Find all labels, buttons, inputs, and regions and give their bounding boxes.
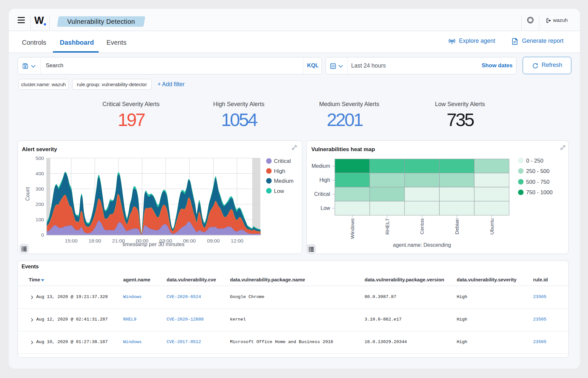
svg-text:Ubuntu: Ubuntu (489, 218, 495, 235)
svg-text:0 - 250: 0 - 250 (526, 158, 544, 164)
svg-text:Critical: Critical (314, 191, 330, 197)
svg-text:15:00: 15:00 (65, 238, 78, 244)
svg-text:750 - 1000: 750 - 1000 (526, 189, 553, 196)
svg-text:12:00: 12:00 (231, 238, 243, 244)
svg-text:High: High (274, 168, 285, 174)
svg-text:Low: Low (320, 205, 330, 211)
svg-text:09:00: 09:00 (207, 238, 220, 244)
svg-text:200: 200 (36, 201, 44, 207)
svg-text:500: 500 (36, 155, 44, 161)
svg-text:Medium: Medium (312, 163, 330, 169)
svg-text:18:00: 18:00 (89, 238, 101, 244)
svg-text:agent.name: Descending: agent.name: Descending (393, 242, 451, 248)
svg-text:Critical: Critical (274, 158, 291, 164)
svg-text:Windows: Windows (350, 218, 355, 239)
svg-text:Debian: Debian (454, 218, 460, 234)
svg-text:300: 300 (36, 186, 44, 192)
svg-text:Centos: Centos (419, 218, 425, 234)
svg-text:250 - 500: 250 - 500 (526, 168, 550, 174)
svg-text:Medium: Medium (274, 178, 293, 184)
svg-text:500 - 750: 500 - 750 (526, 179, 550, 185)
svg-text:06:00: 06:00 (183, 238, 196, 244)
svg-text:Count: Count (25, 187, 30, 201)
svg-text:0: 0 (41, 232, 44, 238)
svg-text:Low: Low (274, 188, 284, 194)
svg-text:400: 400 (36, 171, 44, 176)
svg-text:timestamp per 30 minutes: timestamp per 30 minutes (122, 241, 184, 247)
svg-text:100: 100 (36, 217, 44, 222)
svg-text:High: High (319, 177, 330, 183)
svg-text:RHEL7: RHEL7 (384, 218, 390, 235)
